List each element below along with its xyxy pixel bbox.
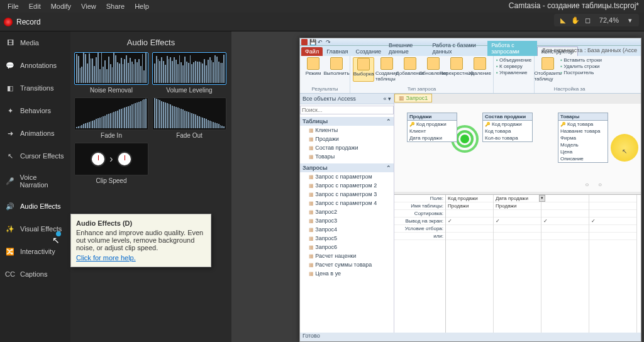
crop-icon[interactable]: ◻: [583, 15, 593, 25]
sidebar-item-interactivity[interactable]: 🔀Interactivity: [0, 240, 70, 263]
ribbon-btn-отобразить-таблицу[interactable]: Отобразить таблицу: [537, 57, 558, 82]
grid-table-cell[interactable]: [589, 202, 636, 210]
ribbon-btn-удаление[interactable]: Удаление: [469, 57, 491, 82]
fx-thumb-fade-out[interactable]: Fade Out: [152, 97, 226, 139]
grid-or-cell[interactable]: [541, 233, 589, 240]
grid-criteria-cell[interactable]: [446, 225, 493, 233]
table-box[interactable]: ТоварыКод товараНазвание товараФирмаМоде…: [558, 113, 608, 163]
zoom-value[interactable]: 72,4%: [596, 16, 623, 24]
table-field[interactable]: Название товара: [558, 128, 608, 135]
grid-table-cell[interactable]: Продажи: [446, 202, 493, 210]
object-tab[interactable]: Запрос1: [394, 94, 432, 102]
table-field[interactable]: Модель: [558, 141, 608, 148]
grid-criteria-cell[interactable]: [541, 225, 589, 233]
nav-item[interactable]: Запрос с параметром 3: [300, 190, 394, 199]
table-field[interactable]: Цена: [558, 148, 608, 155]
qat-redo-icon[interactable]: ↷: [326, 39, 332, 45]
ribbon-btn-создание-таблицы[interactable]: Создание таблицы: [376, 57, 397, 82]
ribbon-btn-выборка[interactable]: Выборка: [353, 57, 374, 82]
table-field[interactable]: Код продажи: [408, 121, 457, 128]
ribbon-small-item[interactable]: Объединение: [496, 57, 531, 63]
qat-undo-icon[interactable]: ↶: [318, 39, 324, 45]
record-button[interactable]: Record: [16, 18, 41, 26]
ribbon-tab-home[interactable]: Главная: [323, 47, 352, 56]
ribbon-btn-обновление[interactable]: Обновление: [423, 57, 444, 82]
nav-item[interactable]: Запрос с параметром 4: [300, 199, 394, 207]
nav-group-header[interactable]: Таблицы⌃: [300, 117, 394, 126]
table-field[interactable]: Дата продажи: [408, 135, 457, 141]
sidebar-item-media[interactable]: 🎞Media: [0, 31, 70, 54]
grid-or-cell[interactable]: [494, 233, 541, 240]
nav-item[interactable]: Запрос4: [300, 225, 394, 234]
ribbon-btn-перекрестный[interactable]: Перекрестный: [446, 57, 467, 82]
table-field[interactable]: Код товара: [558, 121, 608, 128]
grid-or-cell[interactable]: [589, 233, 636, 240]
nav-item[interactable]: Расчет наценки: [300, 251, 394, 260]
grid-column[interactable]: [541, 195, 589, 333]
ribbon-btn-режим[interactable]: Режим: [303, 57, 324, 76]
table-field[interactable]: Фирма: [558, 135, 608, 141]
grid-sort-cell[interactable]: [541, 210, 589, 218]
tooltip-help-link[interactable]: Click for more help.: [76, 254, 136, 262]
table-box[interactable]: Состав продажиКод продажиКод товараКол-в…: [482, 113, 533, 142]
sidebar-item-visual-effects[interactable]: ✨Visual Effects: [0, 218, 70, 240]
grid-show-checkbox[interactable]: [446, 218, 493, 225]
menu-modify[interactable]: Modify: [46, 3, 76, 10]
grid-sort-cell[interactable]: [446, 210, 493, 218]
ribbon-tab-file[interactable]: Файл: [301, 47, 323, 56]
nav-item[interactable]: Расчет суммы товара: [300, 260, 394, 269]
ribbon-small-item[interactable]: Построитель: [560, 70, 602, 75]
query-grid[interactable]: Поле:Имя таблицы:Сортировка:Вывод на экр…: [394, 194, 641, 333]
grid-column[interactable]: [589, 195, 637, 333]
nav-item[interactable]: Товары: [300, 152, 394, 161]
nav-header[interactable]: Все объекты Access« ▾: [300, 94, 394, 104]
grid-table-cell[interactable]: Продажи: [494, 202, 541, 210]
nav-search-input[interactable]: [300, 106, 394, 114]
grid-column[interactable]: Код продажиПродажи: [446, 195, 494, 333]
grid-field-cell[interactable]: Дата продажи: [494, 195, 541, 202]
nav-group-header[interactable]: Запросы⌃: [300, 163, 394, 172]
grid-criteria-cell[interactable]: [589, 225, 636, 233]
grid-table-cell[interactable]: [541, 202, 589, 210]
sidebar-item-voice-narration[interactable]: 🎤Voice Narration: [0, 167, 70, 195]
sidebar-item-captions[interactable]: CCCaptions: [0, 263, 70, 285]
ribbon-tab-create[interactable]: Создание: [352, 47, 385, 56]
nav-item[interactable]: Цена в уе: [300, 269, 394, 278]
menu-view[interactable]: View: [76, 3, 101, 10]
menu-help[interactable]: Help: [130, 3, 154, 10]
grid-criteria-cell[interactable]: [494, 225, 541, 233]
nav-item[interactable]: Продажи: [300, 135, 394, 143]
menu-share[interactable]: Share: [101, 3, 130, 10]
ribbon-small-item[interactable]: Удалить строки: [560, 63, 602, 69]
grid-sort-cell[interactable]: [494, 210, 541, 218]
pointer-icon[interactable]: ◣: [558, 15, 568, 25]
fx-thumb-noise-removal[interactable]: Noise Removal: [74, 52, 148, 94]
table-field[interactable]: Код продажи: [483, 121, 532, 128]
nav-item[interactable]: Состав продажи: [300, 143, 394, 152]
table-field[interactable]: Клиент: [408, 128, 457, 135]
table-box[interactable]: ПродажиКод продажиКлиентДата продажи: [407, 113, 457, 142]
fx-thumb-clip-speed[interactable]: ›Clip Speed: [74, 143, 148, 184]
grid-field-cell[interactable]: [541, 195, 589, 202]
nav-item[interactable]: Запрос3: [300, 216, 394, 225]
field-dropdown-icon[interactable]: ▾: [539, 195, 545, 202]
grid-field-cell[interactable]: [589, 195, 636, 202]
nav-item[interactable]: Запрос2: [300, 207, 394, 216]
table-field[interactable]: Кол-во товара: [483, 135, 532, 141]
grid-show-checkbox[interactable]: [589, 218, 636, 225]
ribbon-small-item[interactable]: Управление: [496, 70, 531, 75]
fx-thumb-fade-in[interactable]: Fade In: [74, 97, 148, 139]
grid-sort-cell[interactable]: [589, 210, 636, 218]
nav-item[interactable]: Запрос с параметром: [300, 172, 394, 181]
nav-collapse-icon[interactable]: « ▾: [383, 96, 391, 102]
ribbon-tab-dbtools[interactable]: Работа с базами данных: [428, 41, 487, 56]
menu-edit[interactable]: Edit: [24, 3, 46, 10]
menu-file[interactable]: File: [3, 3, 24, 10]
grid-show-checkbox[interactable]: [541, 218, 589, 225]
ribbon-small-item[interactable]: К серверу: [496, 63, 531, 69]
qat-save-icon[interactable]: 💾: [309, 39, 316, 45]
sidebar-item-cursor-effects[interactable]: ↖Cursor Effects: [0, 145, 70, 167]
nav-item[interactable]: Запрос с параметром 2: [300, 181, 394, 190]
fx-thumb-volume-leveling[interactable]: Volume Leveling: [152, 52, 226, 94]
ribbon-tab-external[interactable]: Внешние данные: [385, 41, 428, 56]
